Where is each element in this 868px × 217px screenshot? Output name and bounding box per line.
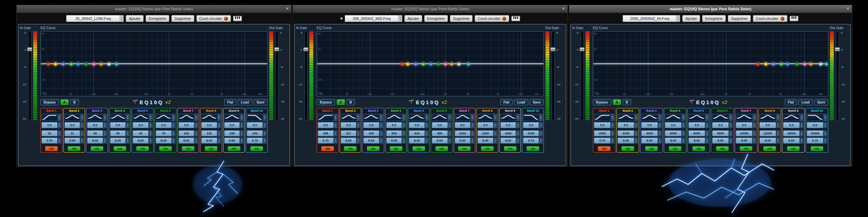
spinner-arrows[interactable]: ▲▼ <box>103 138 107 143</box>
band-freq-spinbox[interactable]: 20000 ▲▼ <box>807 130 827 136</box>
spinner-arrows[interactable]: ▲▼ <box>516 138 519 143</box>
band-freq-spinbox[interactable]: 6000 ▲▼ <box>688 130 709 136</box>
band-handle-dot[interactable] <box>786 62 789 66</box>
filter-type-selector[interactable]: ▲▼ <box>247 114 267 121</box>
band-freq-spinbox[interactable]: 5000 ▲▼ <box>665 130 685 136</box>
filter-type-selector[interactable]: ▲▼ <box>665 114 685 121</box>
band-q-spinbox[interactable]: 8.00 ▲▼ <box>736 137 756 144</box>
eq-plot[interactable]: 20501002005001K2K5K10K20K20100-10-20 <box>40 31 268 96</box>
spinner-arrows[interactable]: ▲▼ <box>80 122 84 128</box>
band-freq-spinbox[interactable]: 800 ▲▼ <box>432 130 452 136</box>
band-enable-button[interactable]: ON <box>250 146 263 151</box>
band-gain-spinbox[interactable]: 0.0 ▲▼ <box>523 122 543 128</box>
preset-combobox[interactable]: 268_2000HZ_MID-Freq ▲▼ <box>345 15 402 22</box>
band-freq-spinbox[interactable]: 79 ▲▼ <box>156 130 175 136</box>
combo-spinner[interactable]: ▲▼ <box>398 15 402 22</box>
band-q-spinbox[interactable]: 8.00 ▲▼ <box>133 137 152 144</box>
spinner-arrows[interactable]: ▲▼ <box>125 122 129 128</box>
band-enable-button[interactable]: ON <box>90 146 103 151</box>
band-enable-button[interactable]: ON <box>481 146 494 151</box>
filter-type-selector[interactable]: ▲▼ <box>156 114 175 121</box>
filter-type-selector[interactable]: ▲▼ <box>736 114 756 121</box>
spinner-arrows[interactable]: ▲▼ <box>356 138 360 143</box>
spinner-arrows[interactable]: ▲▼ <box>379 114 383 121</box>
band-handle-dot[interactable] <box>795 62 799 66</box>
spinner-arrows[interactable]: ▲▼ <box>379 122 383 128</box>
band-enable-button[interactable]: ON <box>159 146 172 151</box>
band-freq-spinbox[interactable]: 12000 ▲▼ <box>759 130 780 136</box>
band-handle-dot[interactable] <box>819 62 822 66</box>
fader-track[interactable] <box>28 31 31 120</box>
preset-delete-button[interactable]: Supprimer <box>728 15 750 22</box>
spinner-arrows[interactable]: ▲▼ <box>148 138 152 143</box>
load-button[interactable]: Load <box>798 99 813 105</box>
spinner-arrows[interactable]: ▲▼ <box>356 122 360 128</box>
band-q-spinbox[interactable]: 8.00 ▲▼ <box>409 137 429 144</box>
band-q-spinbox[interactable]: 8.00 ▲▼ <box>64 137 84 144</box>
filter-type-selector[interactable]: ▲▼ <box>688 114 709 121</box>
spinner-arrows[interactable]: ▲▼ <box>752 122 756 128</box>
preset-combobox[interactable]: 2500_20000HZ_HI-Freq ▲▼ <box>623 15 680 22</box>
band-gain-spinbox[interactable]: 0.0 ▲▼ <box>736 122 756 128</box>
flat-button[interactable]: Flat <box>785 99 797 105</box>
band-freq-spinbox[interactable]: 10000 ▲▼ <box>736 130 756 136</box>
spinner-arrows[interactable]: ▲▼ <box>470 122 474 128</box>
preset-delete-button[interactable]: Supprimer <box>171 15 194 22</box>
spinner-arrows[interactable]: ▲▼ <box>470 131 474 136</box>
spinner-arrows[interactable]: ▲▼ <box>470 138 474 143</box>
band-freq-spinbox[interactable]: 503 ▲▼ <box>386 130 406 136</box>
band-q-spinbox[interactable]: 8.00 ▲▼ <box>477 137 497 144</box>
fader-handle[interactable] <box>274 47 279 51</box>
band-freq-spinbox[interactable]: 158 ▲▼ <box>224 130 244 136</box>
band-enable-button[interactable]: ON <box>458 146 471 151</box>
fader-track[interactable] <box>275 31 278 120</box>
global-bypass-button[interactable]: Court-circuiter <box>196 15 231 22</box>
preset-add-button[interactable]: Ajouter <box>126 15 143 22</box>
fader-track[interactable] <box>836 31 839 120</box>
out-gain-fader[interactable] <box>835 31 840 120</box>
spinner-arrows[interactable]: ▲▼ <box>217 131 221 136</box>
spinner-arrows[interactable]: ▲▼ <box>402 122 405 128</box>
spinner-arrows[interactable]: ▲▼ <box>539 122 542 128</box>
band-handle-dot[interactable] <box>414 62 417 66</box>
band-enable-button[interactable]: ON <box>716 146 729 151</box>
band-handle-dot[interactable] <box>406 62 409 66</box>
ab-a-button[interactable]: A <box>337 99 345 105</box>
band-gain-spinbox[interactable]: 0.0 ▲▼ <box>318 122 338 128</box>
band-handle-dot[interactable] <box>84 62 88 66</box>
band-freq-spinbox[interactable]: 8000 ▲▼ <box>712 130 733 136</box>
ab-a-button[interactable]: A <box>613 99 621 105</box>
filter-type-selector[interactable]: ▲▼ <box>64 114 84 121</box>
band-freq-spinbox[interactable]: 3200 ▲▼ <box>618 130 638 136</box>
filter-type-selector[interactable]: ▲▼ <box>110 114 130 121</box>
spinner-arrows[interactable]: ▲▼ <box>57 138 61 143</box>
preset-save-button[interactable]: Enregistrer <box>146 15 169 22</box>
spinner-arrows[interactable]: ▲▼ <box>470 114 474 121</box>
band-handle-dot[interactable] <box>444 62 447 66</box>
filter-type-selector[interactable]: ▲▼ <box>618 114 638 121</box>
band-freq-spinbox[interactable]: 2000 ▲▼ <box>523 130 543 136</box>
spinner-arrows[interactable]: ▲▼ <box>681 138 685 143</box>
band-handle-dot[interactable] <box>54 62 57 66</box>
band-enable-button[interactable]: ON <box>739 146 753 151</box>
spinner-arrows[interactable]: ▲▼ <box>171 114 175 121</box>
band-freq-spinbox[interactable]: 4000 ▲▼ <box>641 130 662 136</box>
band-enable-button[interactable]: ON <box>412 146 425 151</box>
spinner-arrows[interactable]: ▲▼ <box>333 114 337 121</box>
band-freq-spinbox[interactable]: 400 ▲▼ <box>363 130 383 136</box>
band-q-spinbox[interactable]: 8.00 ▲▼ <box>688 137 709 144</box>
band-freq-spinbox[interactable]: 39 ▲▼ <box>87 130 107 136</box>
spinner-arrows[interactable]: ▲▼ <box>425 131 428 136</box>
spinner-arrows[interactable]: ▲▼ <box>776 138 780 143</box>
band-enable-button[interactable]: ON <box>435 146 448 151</box>
band-q-spinbox[interactable]: 8.00 ▲▼ <box>363 137 383 144</box>
flat-button[interactable]: Flat <box>500 99 513 105</box>
spinner-arrows[interactable]: ▲▼ <box>240 131 243 136</box>
bypass-button[interactable]: Bypass <box>593 99 611 105</box>
band-enable-button[interactable]: ON <box>390 146 403 151</box>
band-handle-dot[interactable] <box>61 62 65 66</box>
combo-spinner[interactable]: ▲▼ <box>120 15 123 22</box>
band-handle-dot[interactable] <box>92 62 96 66</box>
spinner-arrows[interactable]: ▲▼ <box>729 122 732 128</box>
band-handle-dot[interactable] <box>429 62 432 66</box>
